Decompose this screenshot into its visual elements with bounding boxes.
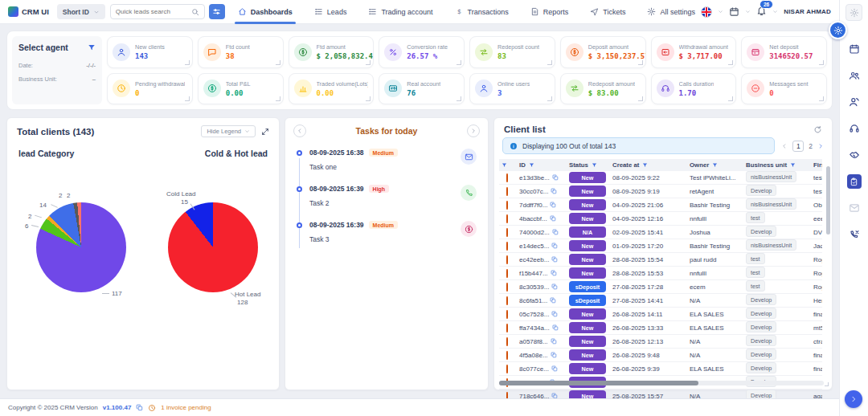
table-row[interactable]: 8c077ce...New26-08-2025 9:39ELA SALESDev…: [499, 362, 822, 376]
table-row[interactable]: ec42eeb...New28-08-2025 15:54paul ruddte…: [499, 253, 822, 267]
calendar-icon[interactable]: [729, 6, 739, 17]
copy-icon[interactable]: [551, 188, 557, 194]
kpi-card-net-deposit[interactable]: Net deposit3146520.57: [741, 36, 827, 68]
page-prev-icon[interactable]: [781, 143, 788, 149]
expand-icon[interactable]: [261, 128, 269, 136]
copy-icon[interactable]: [136, 404, 143, 411]
rail-item-calendar[interactable]: [847, 42, 862, 56]
app-logo[interactable]: CRM UI: [8, 6, 49, 17]
copy-icon[interactable]: [551, 393, 558, 398]
nav-tab-dashboards[interactable]: Dashboards: [238, 0, 293, 24]
filter-funnel-icon[interactable]: [529, 162, 534, 168]
date-filter[interactable]: Date: -/-/-: [18, 62, 96, 69]
task-item[interactable]: 08-09-2025 16:38MediumTask one: [297, 149, 478, 171]
horizontal-scrollbar[interactable]: [499, 381, 824, 385]
column-header-business-unit[interactable]: Business unit: [743, 159, 811, 171]
kpi-card-new-clients[interactable]: New clients143: [107, 36, 193, 68]
nav-tab-reports[interactable]: Reports: [530, 0, 569, 24]
theme-settings-fab[interactable]: [829, 21, 847, 39]
column-header-id[interactable]: ID: [517, 159, 567, 171]
copy-icon[interactable]: [551, 283, 558, 290]
user-menu[interactable]: NISAR AHMAD: [784, 8, 831, 15]
rail-item-phone-x[interactable]: [847, 227, 862, 242]
copy-icon[interactable]: [550, 202, 556, 208]
rail-gear-button[interactable]: [845, 4, 862, 21]
filter-funnel-icon[interactable]: [592, 162, 597, 168]
nav-tab-tickets[interactable]: Tickets: [590, 0, 625, 24]
kpi-card-traded-volume-lots[interactable]: Traded volume(Lots)0.00: [289, 73, 375, 105]
kpi-card-redeposit-count[interactable]: Redeposit count83: [469, 36, 555, 68]
task-action-button[interactable]: [461, 149, 477, 165]
rail-item-handshake[interactable]: [847, 148, 862, 162]
hide-legend-select[interactable]: Hide Legend: [201, 125, 256, 137]
short-id-select[interactable]: Short ID: [57, 4, 105, 19]
rail-item-headset[interactable]: [847, 121, 862, 136]
copy-icon[interactable]: [552, 229, 559, 235]
copy-icon[interactable]: [551, 270, 557, 276]
rail-item-users[interactable]: [847, 68, 862, 83]
expand-rail-fab[interactable]: [845, 390, 862, 408]
filter-funnel-icon[interactable]: [790, 162, 796, 168]
table-row[interactable]: f15b447...New28-08-2025 15:53nnfullltest…: [499, 267, 822, 280]
filter-funnel-icon[interactable]: [502, 162, 507, 168]
task-item[interactable]: 08-09-2025 16:39HighTask 2: [297, 185, 478, 207]
kpi-card-ftd-amount[interactable]: Ftd amount$ 2,058,832.41: [289, 36, 375, 68]
table-row[interactable]: 4f5a08e...New26-08-2025 9:48N/ADevelopfi…: [499, 349, 822, 362]
copy-icon[interactable]: [552, 174, 559, 181]
task-action-button[interactable]: [461, 185, 477, 201]
table-row[interactable]: 8c30539...sDeposit27-08-2025 17:28ecemte…: [499, 280, 822, 294]
kpi-card-redeposit-amount[interactable]: Redeposit amount$ 83.00: [560, 73, 646, 105]
filter-funnel-icon[interactable]: [88, 43, 96, 51]
copy-icon[interactable]: [550, 297, 556, 304]
column-header-first-name[interactable]: First name: [811, 159, 822, 171]
kpi-card-online-users[interactable]: Online users3: [469, 73, 555, 105]
column-header-status[interactable]: Status: [567, 159, 610, 171]
table-row[interactable]: ffa7434a...New26-08-2025 13:33ELA SALESD…: [499, 321, 822, 335]
language-flag-icon[interactable]: [701, 6, 712, 18]
table-row[interactable]: 718c646...New25-08-2025 15:57N/ADevelopa…: [499, 389, 822, 398]
tasks-next-button[interactable]: [467, 124, 480, 137]
kpi-card-withdrawal-amount[interactable]: Withdrawal amount$ 3,717.00: [651, 36, 737, 68]
copy-icon[interactable]: [550, 215, 556, 222]
page-number-2[interactable]: 2: [809, 142, 813, 150]
task-action-button[interactable]: [461, 221, 477, 237]
page-number-1[interactable]: 1: [792, 141, 804, 152]
table-row[interactable]: 05c7528...New26-08-2025 14:11ELA SALESDe…: [499, 308, 822, 321]
copy-icon[interactable]: [551, 365, 558, 372]
kpi-card-real-account[interactable]: Real account76: [379, 73, 465, 105]
filter-funnel-icon[interactable]: [642, 162, 648, 168]
copy-icon[interactable]: [551, 352, 557, 358]
column-header-owner[interactable]: Owner: [687, 159, 743, 171]
vertical-scrollbar[interactable]: [826, 166, 830, 359]
kpi-card-conversion-rate[interactable]: Conversion rate26.57 %: [379, 36, 465, 68]
kpi-card-pending-withdrawal[interactable]: Pending withdrawal0: [107, 73, 193, 105]
nav-tab-trading-account[interactable]: Trading account: [368, 0, 432, 24]
copy-icon[interactable]: [551, 243, 558, 249]
lead-category-pie-chart[interactable]: [36, 202, 126, 292]
table-row[interactable]: 74000d2...N/A02-09-2025 15:41JoshuaDevel…: [499, 226, 822, 239]
kpi-card-total-p-l[interactable]: Total P&L0.00: [198, 73, 284, 105]
copy-icon[interactable]: [551, 256, 558, 263]
nav-tab-leads[interactable]: Leads: [314, 0, 347, 24]
table-row[interactable]: e13d3be...New08-09-2025 9:22Test iPWhite…: [499, 171, 822, 185]
copy-icon[interactable]: [552, 324, 559, 331]
rail-item-clipboard[interactable]: [847, 174, 862, 189]
quick-leads-search[interactable]: [110, 4, 205, 19]
notifications-button[interactable]: 26: [756, 5, 767, 19]
column-header-create-at[interactable]: Create at: [610, 159, 687, 171]
table-row[interactable]: 7ddff7f0...New04-09-2025 21:06Bashir Tes…: [499, 198, 822, 212]
kpi-card-messages-sent[interactable]: Messages sent0: [741, 73, 827, 105]
cold-hot-pie-chart[interactable]: [168, 202, 258, 292]
nav-tab-all-settings[interactable]: All settings: [647, 0, 695, 24]
rail-item-user-phone[interactable]: [847, 95, 862, 109]
tasks-prev-button[interactable]: [293, 124, 306, 137]
copy-icon[interactable]: [551, 338, 557, 345]
kpi-card-calls-duration[interactable]: Calls duration1.70: [651, 73, 737, 105]
table-row[interactable]: 4baccbf...New04-09-2025 12:16nnfullltest…: [499, 212, 822, 226]
business-unit-filter[interactable]: Business Unit: –: [18, 75, 96, 83]
table-row[interactable]: 30cc07c...New08-09-2025 9:19retAgentDeve…: [499, 185, 822, 198]
table-row[interactable]: a0578f8...New26-08-2025 12:13N/ADevelopc…: [499, 335, 822, 349]
filter-funnel-icon[interactable]: [712, 162, 718, 168]
search-input[interactable]: [116, 8, 191, 15]
page-next-icon[interactable]: [817, 143, 824, 149]
